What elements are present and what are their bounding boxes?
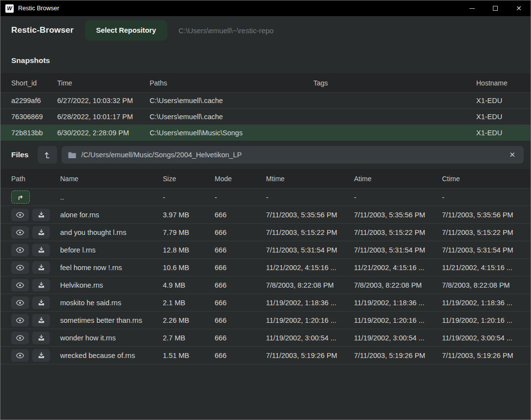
- file-size: 12.8 MB: [159, 246, 211, 254]
- files-heading: Files: [7, 150, 33, 159]
- snapshots-header-row: Short_id Time Paths Tags Hostname: [0, 73, 531, 92]
- file-row: alone for.rns 3.97 MB 666 7/11/2003, 5:3…: [0, 206, 531, 223]
- snapshots-table: Short_id Time Paths Tags Hostname a2299a…: [0, 73, 531, 141]
- column-header-time: Time: [53, 79, 146, 87]
- snapshot-short-id: a2299af6: [7, 97, 53, 105]
- minimize-icon: [469, 8, 475, 9]
- preview-file-button[interactable]: [11, 279, 29, 292]
- file-ctime: 11/19/2002, 1:18:36 ...: [438, 299, 524, 307]
- eye-icon: [16, 298, 24, 307]
- snapshot-paths: C:\Users\emuell\.cache: [146, 113, 310, 121]
- download-icon: [38, 316, 45, 324]
- clear-path-button[interactable]: ✕: [507, 149, 517, 160]
- download-file-button[interactable]: [32, 332, 50, 344]
- minimize-button[interactable]: [460, 0, 484, 16]
- column-header-hostname: Hostname: [472, 79, 524, 87]
- snapshot-short-id: 76306869: [7, 113, 53, 121]
- snapshot-row[interactable]: 76306869 6/28/2022, 10:01:17 PM C:\Users…: [0, 108, 531, 125]
- download-icon: [38, 299, 45, 306]
- column-header-tags: Tags: [310, 79, 472, 87]
- parent-dir-row: .. - - - - -: [0, 188, 531, 206]
- file-ctime: 7/11/2003, 5:15:22 PM: [438, 229, 524, 236]
- column-header-name: Name: [56, 175, 159, 183]
- wails-logo-icon: W: [5, 4, 14, 13]
- file-mtime: 11/19/2002, 1:18:36 ...: [262, 299, 350, 307]
- file-name: wrecked because of.rns: [56, 352, 159, 359]
- files-table: Path Name Size Mode Mtime Atime Ctime: [0, 169, 531, 364]
- snapshot-paths: C:\Users\emuell\.cache: [146, 97, 310, 105]
- level-up-button[interactable]: [38, 146, 57, 164]
- file-name: wonder how it.rns: [56, 334, 159, 342]
- files-header-row: Path Name Size Mode Mtime Atime Ctime: [0, 169, 531, 188]
- preview-file-button[interactable]: [11, 314, 29, 327]
- eye-icon: [16, 316, 24, 325]
- file-size: 1.51 MB: [159, 352, 211, 359]
- file-ctime: 11/21/2002, 4:15:16 ...: [438, 264, 524, 272]
- download-file-button[interactable]: [32, 296, 50, 309]
- snapshot-short-id: 72b813bb: [7, 129, 53, 137]
- column-header-mtime: Mtime: [262, 175, 350, 183]
- file-row: sometimes better than.rns 2.26 MB 666 11…: [0, 311, 531, 329]
- column-header-mode: Mode: [211, 175, 262, 183]
- preview-file-button[interactable]: [11, 332, 29, 344]
- preview-file-button[interactable]: [11, 209, 29, 221]
- eye-icon: [16, 228, 24, 237]
- column-header-ctime: Ctime: [438, 175, 524, 183]
- snapshot-row[interactable]: 72b813bb 6/30/2022, 2:28:09 PM C:\Users\…: [0, 125, 531, 141]
- file-row: wonder how it.rns 2.7 MB 666 11/19/2002,…: [0, 329, 531, 346]
- close-button[interactable]: ✕: [507, 0, 531, 16]
- download-file-button[interactable]: [32, 314, 50, 327]
- snapshots-heading: Snapshots: [0, 44, 531, 73]
- file-name: sometimes better than.rns: [56, 316, 159, 324]
- maximize-button[interactable]: [484, 0, 507, 16]
- select-repository-button[interactable]: Select Repository: [85, 20, 168, 41]
- preview-file-button[interactable]: [11, 296, 29, 309]
- file-atime: 11/21/2002, 4:15:16 ...: [350, 264, 438, 272]
- download-icon: [38, 229, 45, 236]
- file-size: 3.97 MB: [159, 211, 211, 219]
- parent-dir-button[interactable]: [11, 190, 30, 204]
- snapshot-hostname: X1-EDU: [472, 113, 524, 121]
- folder-icon: [68, 151, 76, 159]
- preview-file-button[interactable]: [11, 226, 29, 239]
- file-atime: 7/11/2003, 5:31:54 PM: [350, 246, 438, 254]
- file-mode: 666: [211, 281, 262, 289]
- download-file-button[interactable]: [32, 226, 50, 239]
- file-mode: 666: [211, 334, 262, 342]
- snapshot-time: 6/27/2022, 10:03:32 PM: [53, 97, 146, 105]
- snapshot-time: 6/28/2022, 10:01:17 PM: [53, 113, 146, 121]
- file-mode: 666: [211, 299, 262, 307]
- current-path-bar[interactable]: /C/Users/emuell/Music/Songs/2004_Helveti…: [62, 146, 524, 164]
- preview-file-button[interactable]: [11, 349, 29, 362]
- file-atime: 7/11/2003, 5:35:56 PM: [350, 211, 438, 219]
- file-mtime: 11/21/2002, 4:15:16 ...: [262, 264, 350, 272]
- maximize-icon: [493, 6, 498, 11]
- file-atime: 11/19/2002, 1:18:36 ...: [350, 299, 438, 307]
- window-controls: ✕: [460, 0, 531, 16]
- file-size: 10.6 MB: [159, 264, 211, 272]
- eye-icon: [16, 351, 24, 360]
- app-header: Restic-Browser Select Repository C:\User…: [0, 16, 531, 44]
- file-ctime: 11/19/2002, 1:20:16 ...: [438, 316, 524, 324]
- snapshot-row[interactable]: a2299af6 6/27/2022, 10:03:32 PM C:\Users…: [0, 92, 531, 108]
- file-size: 2.1 MB: [159, 299, 211, 307]
- file-name: moskito he said.rns: [56, 299, 159, 307]
- file-ctime: -: [438, 193, 524, 201]
- download-file-button[interactable]: [32, 349, 50, 362]
- file-mtime: -: [262, 193, 350, 201]
- column-header-size: Size: [159, 175, 211, 183]
- app-window: W Restic Browser ✕ Restic-Browser Select…: [0, 0, 531, 420]
- download-icon: [38, 246, 45, 253]
- file-name: Helvikone.rns: [56, 281, 159, 289]
- download-icon: [38, 264, 45, 271]
- file-ctime: 7/8/2003, 8:22:08 PM: [438, 281, 524, 289]
- file-name: alone for.rns: [56, 211, 159, 219]
- enter-parent-dir-icon: [17, 193, 24, 201]
- download-file-button[interactable]: [32, 261, 50, 274]
- preview-file-button[interactable]: [11, 244, 29, 256]
- file-name: before l.rns: [56, 246, 159, 254]
- download-file-button[interactable]: [32, 209, 50, 221]
- preview-file-button[interactable]: [11, 261, 29, 274]
- download-file-button[interactable]: [32, 279, 50, 292]
- download-file-button[interactable]: [32, 244, 50, 256]
